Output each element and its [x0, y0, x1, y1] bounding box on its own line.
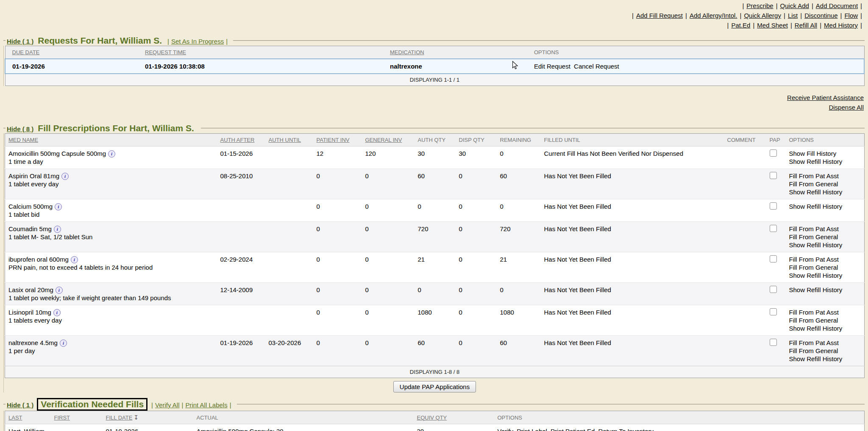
general-inv-cell: 0	[362, 222, 415, 252]
return-to-inventory-link[interactable]: Return To Inventory	[598, 428, 654, 431]
nav-quick-add-link[interactable]: Quick Add	[780, 2, 809, 9]
col-header-auth-after[interactable]: AUTH AFTER	[217, 134, 265, 146]
pap-cell	[766, 169, 786, 199]
col-header-filled-until: FILLED UNTIL	[541, 134, 724, 146]
request-row[interactable]: 01-19-2026 01-19-2026 10:38:08 naltrexon…	[5, 59, 864, 74]
col-header-medication[interactable]: MEDICATION	[387, 46, 531, 59]
pap-checkbox[interactable]	[770, 286, 777, 293]
filled-until-cell: Has Not Yet Been Filled	[541, 222, 724, 252]
nav-quick-allergy-link[interactable]: Quick Allergy	[744, 12, 781, 19]
options-cell: Fill From Pat Asst Fill From General Sho…	[786, 222, 865, 252]
info-icon[interactable]: i	[56, 287, 63, 294]
patient-inv-cell: 0	[313, 199, 362, 222]
fill-hide-link[interactable]: Hide ( 8 )	[7, 125, 33, 133]
separator: |	[167, 38, 169, 45]
pap-checkbox[interactable]	[770, 339, 777, 346]
info-icon[interactable]: i	[54, 226, 61, 233]
options-cell: Show Fill History Show Refill History	[786, 146, 865, 169]
remaining-cell: 60	[497, 336, 541, 366]
fill-from-general-link[interactable]: Fill From General	[789, 316, 861, 324]
print-patient-ed-link[interactable]: Print Patient Ed	[551, 428, 595, 431]
fill-from-general-link[interactable]: Fill From General	[789, 233, 861, 241]
set-as-in-progress-link[interactable]: Set As In Progress	[171, 38, 224, 45]
show-refill-history-link[interactable]: Show Refill History	[789, 241, 861, 249]
cancel-request-link[interactable]: Cancel Request	[574, 63, 619, 70]
col-header-patient-inv[interactable]: PATIENT INV	[313, 134, 362, 146]
options-cell: Show Refill History	[786, 283, 865, 305]
show-refill-history-link[interactable]: Show Refill History	[789, 188, 861, 196]
pap-checkbox[interactable]	[770, 202, 777, 210]
edit-request-link[interactable]: Edit Request	[534, 63, 570, 70]
pap-checkbox[interactable]	[770, 149, 777, 157]
show-fill-history-link[interactable]: Show Fill History	[789, 149, 861, 157]
fill-from-pat-asst-link[interactable]: Fill From Pat Asst	[789, 172, 861, 180]
pap-checkbox[interactable]	[770, 255, 777, 262]
info-icon[interactable]: i	[108, 150, 115, 157]
nav-add-allergy-link[interactable]: Add Allergy/Intol.	[690, 12, 737, 19]
col-header-last[interactable]: LAST	[5, 411, 51, 424]
nav-med-history-link[interactable]: Med History	[824, 22, 858, 29]
info-icon[interactable]: i	[60, 340, 67, 347]
show-refill-history-link[interactable]: Show Refill History	[789, 286, 861, 294]
nav-pat-ed-link[interactable]: Pat.Ed	[731, 22, 750, 29]
fill-from-general-link[interactable]: Fill From General	[789, 263, 861, 271]
fill-from-general-link[interactable]: Fill From General	[789, 347, 861, 355]
info-icon[interactable]: i	[55, 203, 62, 210]
show-refill-history-link[interactable]: Show Refill History	[789, 355, 861, 363]
fill-from-pat-asst-link[interactable]: Fill From Pat Asst	[789, 225, 861, 233]
col-header-fill-date[interactable]: FILL DATE↧	[103, 411, 193, 424]
col-header-request-time[interactable]: REQUEST TIME	[142, 46, 387, 59]
info-icon[interactable]: i	[61, 173, 69, 180]
requests-hide-link[interactable]: Hide ( 1 )	[7, 38, 33, 45]
nav-add-fill-request-link[interactable]: Add Fill Request	[636, 12, 683, 19]
info-icon[interactable]: i	[53, 309, 61, 316]
verify-all-link[interactable]: Verify All	[155, 401, 180, 409]
auth-qty-cell: 60	[415, 169, 456, 199]
dispense-all-link[interactable]: Dispense All	[829, 102, 864, 112]
auth-qty-cell: 0	[415, 199, 456, 222]
col-header-general-inv[interactable]: GENERAL INV	[362, 134, 415, 146]
fill-section: Hide ( 8 ) Fill Prescriptions For Hart, …	[3, 123, 865, 392]
col-header-first[interactable]: FIRST	[51, 411, 103, 424]
nav-med-sheet-link[interactable]: Med Sheet	[757, 22, 788, 29]
fill-from-pat-asst-link[interactable]: Fill From Pat Asst	[789, 308, 861, 316]
show-refill-history-link[interactable]: Show Refill History	[789, 324, 861, 332]
patient-inv-cell: 0	[313, 305, 362, 336]
separator: |	[685, 12, 687, 19]
receive-patient-assistance-link[interactable]: Receive Patient Assistance	[787, 93, 864, 102]
print-all-labels-link[interactable]: Print All Labels	[185, 401, 227, 409]
separator: |	[860, 22, 862, 29]
col-header-due-date[interactable]: DUE DATE	[5, 46, 142, 59]
auth-qty-cell: 30	[415, 146, 456, 169]
col-header-equiv-qty[interactable]: EQUIV QTY	[414, 411, 494, 424]
nav-flow-link[interactable]: Flow	[844, 12, 858, 19]
show-refill-history-link[interactable]: Show Refill History	[789, 202, 861, 210]
nav-discontinue-link[interactable]: Discontinue	[804, 12, 837, 19]
pap-checkbox[interactable]	[770, 225, 777, 232]
col-header-auth-until[interactable]: AUTH UNTIL	[265, 134, 313, 146]
show-refill-history-link[interactable]: Show Refill History	[789, 157, 861, 166]
med-name: Amoxicillin 500mg Capsule 500mg	[8, 150, 106, 157]
comment-cell	[724, 146, 766, 169]
nav-list-link[interactable]: List	[788, 12, 798, 19]
nav-prescribe-link[interactable]: Prescribe	[746, 2, 773, 9]
col-header-options: OPTIONS	[786, 134, 865, 146]
fill-from-pat-asst-link[interactable]: Fill From Pat Asst	[789, 339, 861, 347]
pap-checkbox[interactable]	[770, 308, 777, 315]
pap-checkbox[interactable]	[770, 172, 777, 179]
nav-refill-all-link[interactable]: Refill All	[795, 22, 817, 29]
col-header-med-name[interactable]: MED NAME	[5, 134, 217, 146]
separator: |	[632, 12, 634, 19]
print-label-link[interactable]: Print Label	[517, 428, 547, 431]
auth-qty-cell: 0	[415, 283, 456, 305]
fill-from-pat-asst-link[interactable]: Fill From Pat Asst	[789, 255, 861, 263]
fill-table: MED NAME AUTH AFTER AUTH UNTIL PATIENT I…	[5, 133, 865, 378]
update-pap-applications-button[interactable]: Update PAP Applications	[393, 381, 476, 392]
col-header-actual: ACTUAL	[193, 411, 414, 424]
nav-add-document-link[interactable]: Add Document	[816, 2, 858, 9]
fill-from-general-link[interactable]: Fill From General	[789, 180, 861, 188]
verification-hide-link[interactable]: Hide ( 1 )	[7, 401, 33, 409]
info-icon[interactable]: i	[71, 256, 78, 263]
verify-link[interactable]: Verify	[498, 428, 514, 431]
show-refill-history-link[interactable]: Show Refill History	[789, 271, 861, 279]
